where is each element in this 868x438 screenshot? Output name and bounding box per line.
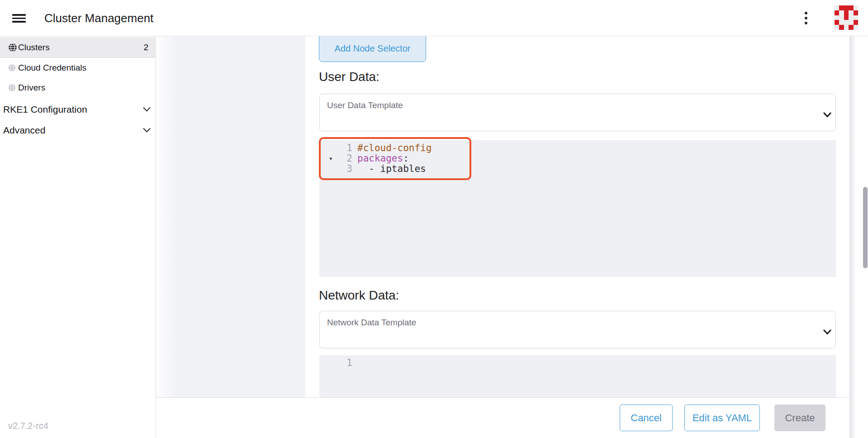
user-data-editor[interactable]: 1 #cloud-config ▾ 2 packages: 3 - iptabl… (319, 140, 836, 277)
code-token: - iptables (357, 163, 426, 174)
add-node-selector-button[interactable]: Add Node Selector (319, 36, 426, 62)
sidebar-item-label: Drivers (18, 78, 45, 98)
page-gutter (849, 36, 868, 438)
footer-bar: Cancel Edit as YAML Create (156, 397, 849, 438)
globe-icon (8, 64, 16, 72)
network-data-template-select[interactable]: Network Data Template (319, 311, 836, 348)
chevron-down-icon (143, 128, 151, 133)
line-number: 2 (319, 153, 352, 164)
sidebar-group-label: RKE1 Configuration (3, 100, 87, 119)
menu-icon[interactable] (12, 14, 26, 23)
sidebar-item-label: Clusters (18, 37, 50, 57)
line-number: 1 (319, 358, 352, 368)
top-bar: Cluster Management (0, 0, 868, 36)
sidebar: Clusters 2 Cloud Credentials (0, 36, 156, 438)
clusters-count-badge: 2 (143, 37, 148, 57)
code-line: 1 (319, 358, 836, 368)
code-token: : (403, 153, 409, 164)
code-line: ▾ 2 packages: (319, 153, 836, 164)
edit-as-yaml-button[interactable]: Edit as YAML (684, 405, 760, 431)
kebab-menu-icon[interactable] (802, 10, 811, 27)
code-token: #cloud-config (357, 143, 432, 153)
sidebar-group-advanced[interactable]: Advanced (0, 120, 156, 140)
page-title: Cluster Management (44, 0, 153, 36)
identicon-icon (835, 5, 858, 30)
form-content: Add Node Selector User Data: User Data T… (305, 36, 849, 397)
code-token: packages (357, 153, 403, 164)
globe-icon (8, 43, 17, 52)
sidebar-group-label: Advanced (3, 120, 45, 140)
chevron-down-icon (823, 329, 831, 335)
code-line: 1 #cloud-config (319, 143, 836, 153)
create-button[interactable]: Create (774, 405, 825, 431)
sidebar-item-label: Cloud Credentials (18, 58, 86, 78)
avatar[interactable] (835, 5, 858, 30)
version-label: v2.7.2-rc4 (8, 421, 48, 431)
code-line: 3 - iptables (319, 164, 836, 174)
sidebar-group-rke1-configuration[interactable]: RKE1 Configuration (0, 100, 156, 119)
globe-icon (8, 84, 16, 92)
sidebar-item-cloud-credentials[interactable]: Cloud Credentials (0, 58, 156, 78)
chevron-down-icon (823, 112, 831, 118)
select-label: Network Data Template (327, 318, 416, 328)
cancel-button[interactable]: Cancel (620, 405, 673, 431)
app-root: Cluster Management (0, 0, 868, 438)
sidebar-item-clusters[interactable]: Clusters 2 (0, 37, 156, 58)
network-data-editor[interactable]: 1 (319, 355, 836, 397)
form-nav-panel (157, 36, 305, 397)
user-data-template-select[interactable]: User Data Template (319, 94, 836, 131)
network-data-heading: Network Data: (319, 286, 399, 305)
line-number: 3 (319, 164, 352, 174)
chevron-down-icon (143, 107, 151, 112)
select-label: User Data Template (327, 100, 403, 110)
sidebar-item-drivers[interactable]: Drivers (0, 78, 156, 98)
scrollbar-thumb[interactable] (863, 187, 868, 268)
line-number: 1 (319, 143, 352, 153)
user-data-heading: User Data: (319, 68, 379, 86)
